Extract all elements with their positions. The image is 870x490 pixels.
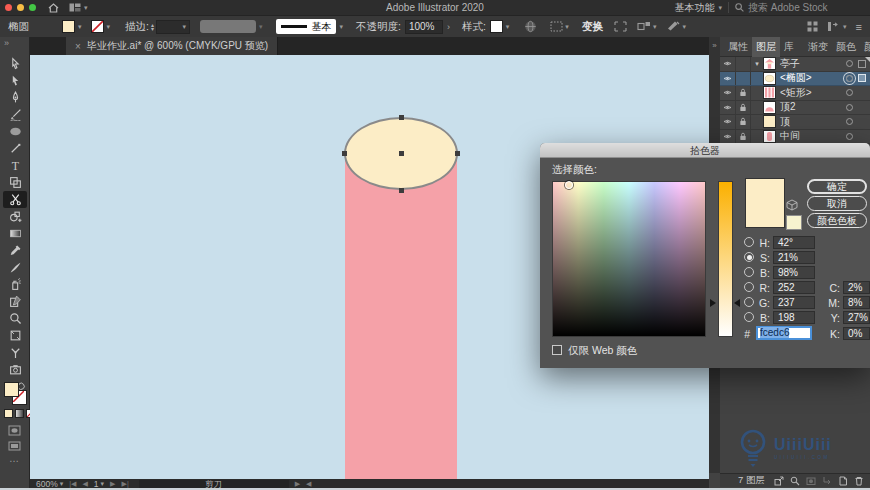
hex-input[interactable]: fcedc6 [756, 326, 812, 340]
color-field-marker[interactable] [565, 181, 573, 189]
pink-rectangle-shape[interactable] [345, 158, 457, 479]
layer-row-rectangle[interactable]: <矩形> [720, 86, 870, 101]
anchor-left[interactable] [342, 151, 347, 156]
target-circle[interactable] [846, 89, 853, 96]
tool-type[interactable]: T [3, 157, 27, 174]
cancel-button[interactable]: 取消 [807, 196, 867, 211]
tool-symbol-sprayer[interactable] [3, 276, 27, 293]
collect-export-icon[interactable] [774, 476, 784, 486]
dialog-title-bar[interactable]: 拾色器 [540, 143, 870, 158]
lock-cell-empty[interactable] [736, 57, 751, 71]
visibility-eye-icon[interactable] [720, 72, 736, 86]
prev-artboard-button[interactable]: ◀ [82, 480, 87, 488]
visibility-eye-icon[interactable] [720, 101, 736, 115]
lock-icon[interactable] [736, 101, 751, 115]
layer-name[interactable]: 顶 [780, 115, 846, 129]
saturation-slider[interactable] [718, 181, 733, 337]
tab-gradient[interactable]: 渐变 [804, 37, 832, 57]
screen-mode-icon[interactable] [8, 441, 21, 451]
collapse-panels-icon[interactable]: » [709, 41, 720, 50]
status-next-icon[interactable]: ▶ [295, 480, 300, 488]
anchor-center[interactable] [399, 151, 404, 156]
target-circle[interactable] [846, 60, 853, 67]
more-tools-icon[interactable]: … [9, 453, 19, 464]
tool-line-segment[interactable] [3, 140, 27, 157]
opacity-field[interactable]: 100% [405, 20, 443, 34]
tool-scissors[interactable] [3, 191, 27, 208]
stroke-swatch-none[interactable] [91, 20, 104, 33]
tool-direct-selection[interactable] [3, 55, 27, 72]
make-clip-mask-icon[interactable] [806, 476, 816, 486]
lock-cell-empty[interactable] [736, 72, 751, 86]
slider-handle-left[interactable] [710, 299, 716, 307]
tab-color-guide[interactable]: 颜色参 [860, 37, 870, 57]
window-minimize-button[interactable] [17, 4, 24, 11]
toolbar-collapse-icon[interactable]: » [4, 38, 9, 48]
layer-row-zhongjian[interactable]: 中间 [720, 130, 870, 145]
radio-h[interactable] [744, 237, 754, 247]
fill-color-dropdown[interactable]: ▾ [62, 20, 82, 33]
radio-b[interactable] [744, 267, 754, 277]
layer-row-ding2[interactable]: 顶2 [720, 101, 870, 116]
non-web-safe-cube-icon[interactable] [786, 199, 798, 211]
layer-thumbnail-pavilion[interactable] [763, 57, 776, 70]
tool-shape-builder[interactable] [3, 208, 27, 225]
tool-zoom[interactable] [3, 310, 27, 327]
target-circle-active[interactable] [846, 75, 853, 82]
status-prev-icon[interactable]: ◀ [306, 480, 311, 488]
layer-thumbnail-cream[interactable] [763, 115, 776, 128]
layer-thumbnail-column[interactable] [763, 130, 776, 143]
draw-mode-icon[interactable] [8, 425, 21, 436]
layer-row-ellipse[interactable]: <椭圆> [720, 72, 870, 87]
web-colors-only-checkbox[interactable] [552, 345, 562, 355]
opacity-panel-arrow[interactable]: › [447, 22, 450, 32]
tab-color[interactable]: 颜色 [832, 37, 860, 57]
tool-artboard[interactable] [3, 174, 27, 191]
tool-width[interactable] [3, 344, 27, 361]
h-value-field[interactable]: 42° [773, 236, 815, 249]
s-value-field[interactable]: 21% [773, 251, 815, 264]
tool-ellipse[interactable] [3, 123, 27, 140]
lock-icon[interactable] [736, 86, 751, 100]
target-circle[interactable] [846, 104, 853, 111]
layer-thumbnail-dome[interactable] [763, 101, 776, 114]
target-circle[interactable] [846, 133, 853, 140]
tool-selection[interactable] [3, 72, 27, 89]
workspace-switcher[interactable]: 基本功能 [674, 1, 714, 15]
new-layer-icon[interactable] [838, 476, 848, 486]
radio-r[interactable] [744, 282, 754, 292]
lock-icon[interactable] [736, 130, 751, 144]
tab-properties[interactable]: 属性 [724, 37, 752, 57]
tool-paintbrush[interactable] [3, 106, 27, 123]
layer-name[interactable]: 亭子 [780, 57, 846, 71]
layer-name[interactable]: 顶2 [780, 100, 846, 114]
home-icon[interactable] [48, 3, 59, 13]
dock-panel-icon[interactable] [827, 21, 839, 32]
gradient-button[interactable] [15, 409, 24, 418]
brush-definition-dropdown[interactable] [200, 20, 256, 33]
last-artboard-button[interactable]: ▶| [122, 480, 129, 488]
isolate-icon[interactable]: ▾ [666, 21, 686, 32]
y-value-field[interactable]: 27% [843, 311, 870, 324]
tool-pen[interactable] [3, 89, 27, 106]
new-sublayer-icon[interactable] [822, 476, 832, 486]
close-tab-icon[interactable]: × [75, 41, 81, 52]
color-button[interactable] [4, 409, 13, 418]
visibility-eye-icon[interactable] [720, 130, 736, 144]
layer-name[interactable]: <矩形> [780, 86, 846, 100]
document-setup-icon[interactable] [524, 20, 537, 33]
lock-icon[interactable] [736, 115, 751, 129]
selection-indicator-active[interactable] [858, 74, 866, 82]
radio-s-selected[interactable] [744, 252, 754, 262]
document-tab[interactable]: × 毕业作业.ai* @ 600% (CMYK/GPU 预览) [66, 37, 278, 55]
zoom-level-dropdown[interactable]: 600%▾ [36, 479, 63, 489]
stroke-color-dropdown[interactable]: ▾ [91, 20, 111, 33]
transform-panel-button[interactable]: 变换 [582, 20, 603, 34]
tool-gradient[interactable] [3, 225, 27, 242]
menu-icon[interactable]: ≡ [856, 21, 862, 33]
artboard-number-dropdown[interactable]: 1▾ [94, 479, 104, 489]
tab-libraries[interactable]: 库 [780, 37, 798, 57]
tool-knife[interactable] [3, 259, 27, 276]
visibility-eye-icon[interactable] [720, 86, 736, 100]
expand-triangle-icon[interactable]: ▾ [751, 60, 763, 68]
